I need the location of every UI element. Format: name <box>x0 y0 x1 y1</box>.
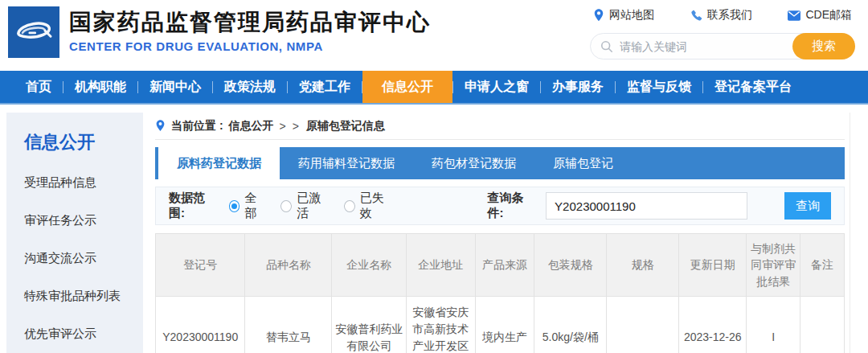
breadcrumb-prefix: 当前位置 : <box>171 119 223 133</box>
query-condition-label: 查询条件: <box>488 191 537 221</box>
mailbox-link-label: CDE邮箱 <box>805 8 852 23</box>
site-search-button[interactable]: 搜索 <box>792 33 855 60</box>
site-title-en: CENTER FOR DRUG EVALUATION, NMPA <box>69 39 431 53</box>
radio-activated-circle[interactable] <box>280 200 292 212</box>
sidebar: 信息公开 受理品种信息 审评任务公示 沟通交流公示 特殊审批品种列表 优先审评公… <box>6 113 143 353</box>
cell-variety-name: 替韦立马 <box>245 296 332 353</box>
contact-link[interactable]: 联系我们 <box>690 8 752 23</box>
table-header-row: 登记号 品种名称 企业名称 企业地址 产品来源 包装规格 规格 更新日期 与制剂… <box>156 234 845 297</box>
search-icon <box>600 40 613 53</box>
breadcrumb-current: 原辅包登记信息 <box>306 119 385 133</box>
filter-bar: 数据范围: 全部 已激活 已失效 查询条件: 查询 <box>155 187 845 225</box>
envelope-icon <box>788 10 800 21</box>
cell-remark <box>800 296 845 353</box>
col-registration-no: 登记号 <box>156 234 245 297</box>
sitemap-link-label: 网站地图 <box>609 8 654 23</box>
nav-item-info-disclosure[interactable]: 信息公开 <box>362 71 452 103</box>
col-spec: 规格 <box>607 234 679 297</box>
main-nav: 首页 机构职能 新闻中心 政策法规 党建工作 信息公开 申请人之窗 办事服务 监… <box>0 71 868 105</box>
contact-link-label: 联系我们 <box>707 8 752 23</box>
registration-table: 登记号 品种名称 企业名称 企业地址 产品来源 包装规格 规格 更新日期 与制剂… <box>155 233 845 353</box>
breadcrumb-separator: > > <box>280 120 301 133</box>
sidebar-item-accepted-varieties[interactable]: 受理品种信息 <box>24 175 143 191</box>
col-joint-review-result: 与制剂共同审评审批结果 <box>747 234 800 297</box>
main-area: 信息公开 受理品种信息 审评任务公示 沟通交流公示 特殊审批品种列表 优先审评公… <box>0 105 868 353</box>
radio-activated[interactable]: 已激活 <box>280 191 330 221</box>
cell-product-source: 境内生产 <box>475 296 534 353</box>
tab-api-registration[interactable]: 原料药登记数据 <box>158 147 280 179</box>
query-button[interactable]: 查询 <box>784 192 831 220</box>
sitemap-link[interactable]: 网站地图 <box>593 8 654 23</box>
site-search-bar: 搜索 <box>590 33 855 60</box>
query-condition-input[interactable] <box>546 192 747 220</box>
cell-spec <box>607 296 679 353</box>
col-update-date: 更新日期 <box>679 234 747 297</box>
radio-expired[interactable]: 已失效 <box>344 191 393 221</box>
cell-joint-review-result: I <box>747 296 800 353</box>
col-package-spec: 包装规格 <box>534 234 607 297</box>
sidebar-item-priority-review[interactable]: 优先审评公示 <box>24 326 143 342</box>
site-header: 国家药品监督管理局药品审评中心 CENTER FOR DRUG EVALUATI… <box>0 0 868 71</box>
col-remark: 备注 <box>800 234 845 297</box>
nav-item-home[interactable]: 首页 <box>14 71 63 103</box>
col-company-name: 企业名称 <box>332 234 407 297</box>
content-area: 当前位置 : 信息公开 > > 原辅包登记信息 原料药登记数据 药用辅料登记数据… <box>155 113 850 353</box>
cell-update-date: 2023-12-26 <box>679 296 747 353</box>
breadcrumb: 当前位置 : 信息公开 > > 原辅包登记信息 <box>155 113 845 140</box>
cell-registration-no: Y20230001190 <box>156 296 245 353</box>
header-right: 网站地图 联系我们 CDE邮箱 搜索 <box>590 8 855 60</box>
cde-logo <box>8 6 59 58</box>
cell-company-name: 安徽普利药业有限公司 <box>332 296 407 353</box>
nav-item-applicant-window[interactable]: 申请人之窗 <box>453 71 540 103</box>
table-row: Y20230001190 替韦立马 安徽普利药业有限公司 安徽省安庆市高新技术产… <box>156 296 845 353</box>
swan-logo-icon <box>11 10 56 55</box>
nav-item-functions[interactable]: 机构职能 <box>63 71 137 103</box>
site-title-cn: 国家药品监督管理局药品审评中心 <box>69 8 431 36</box>
phone-icon <box>690 10 702 22</box>
nav-item-supervision[interactable]: 监督与反馈 <box>616 71 702 103</box>
scope-radio-group: 全部 已激活 已失效 <box>229 191 393 221</box>
nav-item-policy[interactable]: 政策法规 <box>213 71 287 103</box>
mailbox-link[interactable]: CDE邮箱 <box>788 8 852 23</box>
nav-item-party[interactable]: 党建工作 <box>288 71 362 103</box>
dataset-tabs: 原料药登记数据 药用辅料登记数据 药包材登记数据 原辅包登记 <box>155 147 845 179</box>
radio-expired-circle[interactable] <box>344 200 355 212</box>
radio-expired-label: 已失效 <box>360 191 393 221</box>
radio-activated-label: 已激活 <box>297 191 330 221</box>
sidebar-item-review-tasks[interactable]: 审评任务公示 <box>24 213 143 228</box>
cell-package-spec: 5.0kg/袋/桶 <box>534 296 607 353</box>
radio-all-label: 全部 <box>244 191 266 221</box>
breadcrumb-pin-icon <box>155 120 166 132</box>
radio-all-circle[interactable] <box>229 200 240 212</box>
nav-item-services[interactable]: 办事服务 <box>541 71 615 103</box>
cell-company-address: 安徽省安庆市高新技术产业开发区霞虹路58号 <box>406 296 475 353</box>
top-links: 网站地图 联系我们 CDE邮箱 <box>590 8 855 23</box>
col-variety-name: 品种名称 <box>245 234 332 297</box>
sidebar-item-special-approval[interactable]: 特殊审批品种列表 <box>24 289 143 304</box>
col-company-address: 企业地址 <box>406 234 475 297</box>
breadcrumb-section[interactable]: 信息公开 <box>229 119 274 133</box>
tab-packaging-registration[interactable]: 药包材登记数据 <box>413 147 534 179</box>
tab-combined-registration[interactable]: 原辅包登记 <box>534 147 632 179</box>
nav-item-registration-platform[interactable]: 登记备案平台 <box>703 71 803 103</box>
location-pin-icon <box>593 9 604 22</box>
sidebar-item-communication[interactable]: 沟通交流公示 <box>24 251 143 266</box>
sidebar-title: 信息公开 <box>24 130 143 154</box>
col-product-source: 产品来源 <box>475 234 534 297</box>
scope-label: 数据范围: <box>169 191 218 221</box>
site-title-block: 国家药品监督管理局药品审评中心 CENTER FOR DRUG EVALUATI… <box>69 6 431 53</box>
radio-all[interactable]: 全部 <box>229 191 267 221</box>
tab-excipient-registration[interactable]: 药用辅料登记数据 <box>280 147 413 179</box>
logo-block[interactable]: 国家药品监督管理局药品审评中心 CENTER FOR DRUG EVALUATI… <box>8 6 431 58</box>
nav-item-news[interactable]: 新闻中心 <box>138 71 212 103</box>
